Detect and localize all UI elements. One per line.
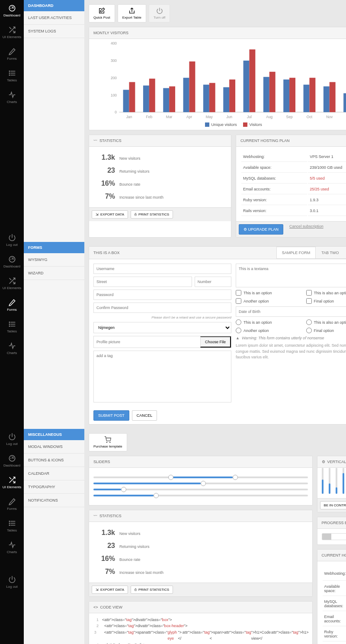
logout-button[interactable]: Log out bbox=[0, 229, 24, 251]
print-statistics-button[interactable]: ⎙ PRINT STATISTICS bbox=[131, 210, 173, 219]
stat-row: 16%Bounce rate bbox=[93, 552, 308, 565]
slider[interactable] bbox=[93, 477, 308, 478]
nav-dashboard[interactable]: Dashboard bbox=[0, 0, 24, 22]
stat-row: 1.3kNew visitors bbox=[93, 526, 308, 539]
hosting-row: Rails version:3.0.1 bbox=[323, 642, 346, 644]
cancel-button[interactable]: CANCEL bbox=[132, 410, 157, 421]
logout-button[interactable]: Log out bbox=[0, 428, 24, 450]
checkbox-option[interactable]: This is an option bbox=[236, 290, 304, 296]
export-data-button[interactable]: ⇲ EXPORT DATA bbox=[92, 586, 128, 594]
radio-option[interactable]: Final option bbox=[306, 328, 346, 333]
textarea-input[interactable] bbox=[236, 264, 346, 287]
checkbox-option[interactable]: This is also an option bbox=[306, 290, 346, 296]
subnav-item[interactable]: CALENDAR bbox=[24, 467, 84, 480]
nav-tables[interactable]: Tables bbox=[0, 515, 24, 537]
subnav-item[interactable]: WYSIWYG bbox=[24, 253, 84, 267]
confirm-password-input[interactable] bbox=[93, 303, 231, 313]
slider[interactable] bbox=[93, 483, 308, 484]
svg-text:100: 100 bbox=[111, 93, 117, 97]
nav-ui-elements[interactable]: UI Elements bbox=[0, 472, 24, 493]
radio-option[interactable]: Another option bbox=[236, 328, 304, 333]
cancel-subscription-link[interactable]: Cancel subscription bbox=[289, 224, 324, 235]
svg-point-11 bbox=[9, 322, 10, 323]
radio-option[interactable]: This is also an option bbox=[306, 319, 346, 325]
export-data-button[interactable]: ⇲ EXPORT DATA bbox=[92, 210, 128, 219]
nav-ui-elements[interactable]: UI Elements bbox=[0, 22, 24, 43]
export-table-button[interactable]: Export Table bbox=[118, 4, 146, 23]
slider[interactable] bbox=[93, 489, 308, 490]
tab-active-tab[interactable]: ACTIVE TAB bbox=[344, 247, 346, 258]
svg-rect-55 bbox=[304, 85, 310, 113]
hosting-row: Email accounts:25/25 used bbox=[323, 612, 346, 626]
password-input[interactable] bbox=[93, 290, 231, 300]
username-input[interactable] bbox=[93, 264, 231, 274]
subnav-item[interactable]: NOTIFICATIONS bbox=[24, 494, 84, 507]
hosting-row: Email accounts:25/25 used bbox=[241, 184, 346, 194]
svg-point-13 bbox=[9, 326, 10, 327]
nav-forms[interactable]: Forms bbox=[0, 493, 24, 515]
radio-option[interactable]: This is an option bbox=[236, 319, 304, 325]
vertical-slider[interactable] bbox=[343, 468, 344, 494]
svg-point-20 bbox=[9, 525, 10, 526]
svg-text:0: 0 bbox=[115, 110, 117, 114]
tag-textarea[interactable] bbox=[93, 351, 231, 402]
hosting-box: CURRENT HOSTING PLAN Webhosting:VPS Serv… bbox=[236, 135, 346, 238]
subnav-item[interactable]: SYSTEM LOGS bbox=[24, 25, 84, 38]
submit-post-button[interactable]: SUBMIT POST bbox=[93, 410, 129, 421]
upgrade-plan-button[interactable]: ⚙ UPGRADE PLAN bbox=[239, 224, 283, 235]
vertical-slider[interactable] bbox=[329, 468, 330, 494]
nav-rail: DashboardUI ElementsFormsTablesChartsLog… bbox=[0, 0, 24, 644]
hosting-row: Available space:239/1000 GB used bbox=[241, 163, 346, 173]
quick-post-button[interactable]: Quick Post bbox=[89, 4, 115, 23]
subnav-item[interactable]: LAST USER ACTIVITIES bbox=[24, 11, 84, 25]
legend-item: Unique visitors bbox=[205, 122, 237, 127]
purchase-template-button[interactable]: Purchase template bbox=[89, 433, 127, 451]
number-input[interactable] bbox=[195, 277, 231, 287]
vertical-slider[interactable] bbox=[322, 468, 324, 494]
nav-tables[interactable]: Tables bbox=[0, 316, 24, 338]
nav-charts[interactable]: Charts bbox=[0, 87, 24, 108]
logout-button[interactable]: Log out bbox=[0, 571, 24, 593]
checkbox-option[interactable]: Another option bbox=[236, 298, 304, 304]
nav-charts[interactable]: Charts bbox=[0, 537, 24, 558]
subnav-item[interactable]: BUTTONS & ICONS bbox=[24, 454, 84, 467]
svg-text:May: May bbox=[206, 115, 213, 119]
stat-row: 7%Increase since last month bbox=[93, 565, 308, 578]
hosting-row: Webhosting:VPS Server 1 bbox=[241, 152, 346, 162]
tab-tab-two[interactable]: TAB TWO bbox=[316, 247, 344, 258]
stats-box-2: 〰STATISTICS 1.3kNew visitors23Returning … bbox=[89, 510, 313, 597]
checkbox-option[interactable]: Final option bbox=[306, 298, 346, 304]
nav-dashboard[interactable]: Dashboard bbox=[0, 251, 24, 273]
subnav-item[interactable]: TYPOGRAPHY bbox=[24, 480, 84, 494]
city-select[interactable]: Nijmegen bbox=[93, 322, 231, 333]
be-in-control-button[interactable]: BE IN CONTROL bbox=[320, 501, 346, 509]
profile-picture-input[interactable] bbox=[94, 336, 200, 348]
nav-dashboard[interactable]: Dashboard bbox=[0, 450, 24, 472]
nav-charts[interactable]: Charts bbox=[0, 338, 24, 359]
nav-tables[interactable]: Tables bbox=[0, 65, 24, 87]
nav-forms[interactable]: Forms bbox=[0, 294, 24, 316]
subnav-dashboard: DASHBOARD LAST USER ACTIVITIESSYSTEM LOG… bbox=[24, 0, 84, 242]
svg-text:Aug: Aug bbox=[266, 115, 272, 119]
nav-forms[interactable]: Forms bbox=[0, 43, 24, 65]
dob-input[interactable] bbox=[236, 307, 346, 316]
legend-item: Visitors bbox=[243, 122, 262, 127]
print-statistics-button[interactable]: ⎙ PRINT STATISTICS bbox=[131, 586, 173, 594]
svg-text:300: 300 bbox=[111, 58, 117, 63]
svg-text:Oct: Oct bbox=[307, 115, 313, 119]
svg-point-6 bbox=[9, 75, 10, 76]
subnav-item[interactable]: MODAL WINDOWS bbox=[24, 440, 84, 454]
choose-file-button[interactable]: Choose File bbox=[200, 336, 231, 348]
street-input[interactable] bbox=[93, 277, 192, 287]
tab-sample-form[interactable]: SAMPLE FORM bbox=[276, 247, 316, 258]
slider[interactable] bbox=[93, 495, 308, 496]
svg-rect-53 bbox=[289, 78, 295, 112]
svg-point-64 bbox=[110, 442, 110, 442]
nav-ui-elements[interactable]: UI Elements bbox=[0, 273, 24, 294]
svg-text:Jun: Jun bbox=[226, 115, 232, 119]
subnav-item[interactable]: WIZARD bbox=[24, 267, 84, 280]
svg-text:Apr: Apr bbox=[186, 115, 192, 119]
code-line: 1<attr">class="tag">div attr">class="box… bbox=[93, 617, 309, 623]
vertical-slider[interactable] bbox=[336, 468, 337, 494]
svg-rect-50 bbox=[269, 72, 276, 112]
